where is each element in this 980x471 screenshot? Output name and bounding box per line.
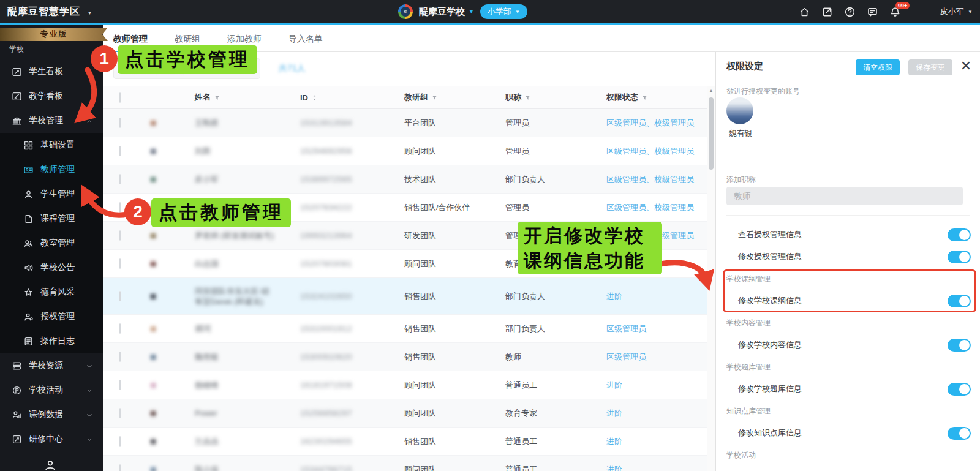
district-menu[interactable]: 醍摩豆智慧学区 ▼	[7, 6, 92, 18]
sidebar-subitem[interactable]: 教室管理	[0, 231, 103, 255]
sidebar-subitem[interactable]: 德育风采	[0, 280, 103, 304]
sidebar-subitem[interactable]: 操作日志	[0, 329, 103, 353]
sidebar-item[interactable]: 学校活动	[0, 378, 103, 402]
table-row[interactable]: 兰晶晶 16230294655 销售团队 普通员工 进阶	[103, 428, 707, 456]
header-title[interactable]: 职称	[505, 92, 606, 103]
scrollbar-thumb[interactable]	[709, 97, 714, 170]
permission-status-link[interactable]: 区级管理员、校级管理员	[606, 203, 694, 212]
sidebar-item[interactable]: 学校资源	[0, 353, 103, 378]
row-checkbox[interactable]	[119, 323, 121, 334]
bell-icon[interactable]: 99+	[889, 6, 901, 18]
sidebar-subitem[interactable]: 学校公告	[0, 255, 103, 280]
header-name[interactable]: 姓名	[195, 92, 300, 103]
row-checkbox[interactable]	[119, 174, 121, 184]
toggle-switch[interactable]	[948, 427, 971, 440]
sidebar-item-label: 课例数据	[29, 409, 63, 420]
teacher-id: 15324102650	[300, 292, 352, 301]
close-icon[interactable]: ✕	[959, 58, 973, 74]
sidebar-subitem[interactable]: 教师管理	[0, 157, 103, 182]
add-title-input[interactable]	[726, 187, 963, 205]
teacher-team: 销售团队	[404, 352, 505, 363]
row-checkbox[interactable]	[119, 352, 121, 362]
toggle-switch[interactable]	[948, 339, 971, 352]
table-scrollbar[interactable]: ▲	[707, 86, 715, 471]
sidebar-subitem[interactable]: 授权管理	[0, 304, 103, 329]
teacher-title: 普通员工	[505, 436, 606, 447]
row-checkbox[interactable]	[119, 202, 121, 213]
permission-status-link[interactable]: 区级管理员	[606, 324, 646, 333]
sidebar-submenu: 基础设置 教师管理 学生管理 课程管理	[0, 133, 103, 353]
toggle-switch[interactable]	[948, 251, 971, 263]
save-changes-button[interactable]: 保存变更	[908, 59, 952, 75]
logs-icon	[23, 336, 34, 347]
row-checkbox[interactable]	[119, 118, 121, 128]
sidebar-item[interactable]: 学校管理	[0, 108, 103, 133]
permission-item: 修改学校内容信息	[716, 334, 980, 356]
help-icon[interactable]	[844, 6, 856, 18]
sidebar-subitem[interactable]: 学生管理	[0, 182, 103, 206]
sort-icon[interactable]	[311, 94, 318, 101]
scroll-up-icon[interactable]: ▲	[707, 86, 715, 92]
table-row[interactable]: 刘斯 15294692956 顾问团队 管理员 区级管理员、校级管理员	[103, 137, 707, 165]
header-team[interactable]: 教研组	[404, 92, 505, 103]
user-menu[interactable]: 皮小军 ▼	[940, 6, 973, 17]
table-row[interactable]: 陈小保 15344766715 顾问团队 普通员工 进阶	[103, 456, 707, 471]
row-checkbox[interactable]	[119, 380, 121, 390]
permission-item: 修改学校题库信息	[716, 378, 980, 400]
table-row[interactable]: 杨峻峰 16181971508 顾问团队 普通员工 进阶	[103, 371, 707, 399]
sidebar-subitem[interactable]: 课程管理	[0, 206, 103, 231]
permission-status-link[interactable]: 区级管理员、校级管理员	[606, 175, 694, 184]
permission-status-link[interactable]: 区级管理员	[606, 352, 646, 361]
permission-status-link[interactable]: 进阶	[606, 409, 622, 418]
toggle-switch[interactable]	[948, 383, 971, 396]
external-link-icon[interactable]	[821, 6, 833, 18]
permission-status-link[interactable]: 进阶	[606, 465, 622, 471]
permission-status-link[interactable]: 进阶	[606, 292, 622, 301]
row-checkbox[interactable]	[119, 258, 121, 269]
clear-permissions-button[interactable]: 清空权限	[856, 59, 900, 75]
row-checkbox[interactable]	[119, 464, 121, 471]
filter-icon[interactable]	[431, 94, 438, 101]
sidebar-item[interactable]: 课例数据	[0, 402, 103, 427]
user-avatar[interactable]	[912, 3, 929, 20]
table-row[interactable]: 同安团队华东大区-销 售贸Derek (即建克) 15324102650 销售团…	[103, 278, 707, 315]
sidebar-subitem[interactable]: 基础设置	[0, 133, 103, 157]
row-checkbox[interactable]	[119, 291, 121, 301]
toggle-switch[interactable]	[948, 228, 971, 241]
teacher-name: 王甄棋	[195, 118, 300, 128]
permission-status-link[interactable]: 区级管理员、校级管理员	[606, 118, 694, 127]
permission-status-link[interactable]: 进阶	[606, 380, 622, 390]
table-row[interactable]: 皮小军 15389972565 技术团队 部门负责人 区级管理员、校级管理员	[103, 165, 707, 194]
toggle-switch[interactable]	[948, 295, 971, 307]
teacher-title: 部门负责人	[505, 174, 606, 185]
teacher-name: 杨峻峰	[195, 380, 300, 390]
filter-icon[interactable]	[524, 94, 531, 101]
table-row[interactable]: 王甄棋 15313913584 平台团队 管理员 区级管理员、校级管理员	[103, 109, 707, 137]
row-checkbox[interactable]	[119, 408, 121, 418]
filter-icon[interactable]	[214, 94, 221, 101]
table-row[interactable]: 魏有银 15300910620 销售团队 教师 区级管理员	[103, 343, 707, 371]
row-checkbox[interactable]	[119, 230, 121, 241]
tab[interactable]: 导入名单	[288, 25, 323, 52]
campus-selector[interactable]: 小学部 ▼	[480, 4, 527, 19]
panel-title: 权限设定	[726, 61, 763, 72]
school-name[interactable]: 醍摩豆学校	[419, 6, 465, 18]
sidebar-item[interactable]: 学生看板	[0, 59, 103, 84]
filter-icon[interactable]	[641, 94, 648, 101]
table-row[interactable]: 祺珂 15310001912 销售团队 部门负责人 区级管理员	[103, 315, 707, 343]
sidebar-item[interactable]: 研修中心	[0, 427, 103, 451]
select-all-checkbox[interactable]	[119, 92, 121, 103]
header-status[interactable]: 权限状态	[606, 92, 707, 103]
permission-status-link[interactable]: 区级管理员、校级管理员	[606, 146, 694, 156]
permission-item: 学校课纲管理	[716, 268, 980, 290]
table-row[interactable]: Power 15256858297 顾问团队 教育专家 进阶	[103, 399, 707, 428]
header-id[interactable]: ID	[300, 93, 404, 102]
permission-status-link[interactable]: 进阶	[606, 437, 622, 446]
member-count-link[interactable]: 共71人	[279, 63, 306, 74]
home-icon[interactable]	[799, 6, 810, 18]
row-checkbox[interactable]	[119, 146, 121, 156]
sidebar-item[interactable]: 教学看板	[0, 84, 103, 108]
sidebar-item-label: 学校活动	[29, 385, 63, 396]
chat-icon[interactable]	[867, 6, 878, 18]
row-checkbox[interactable]	[119, 436, 121, 447]
